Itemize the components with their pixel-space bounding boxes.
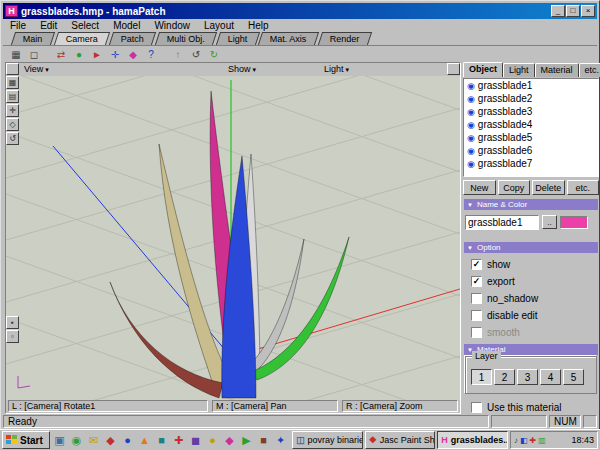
quicklaunch-icon[interactable]: ◆: [222, 432, 237, 448]
mouse-left-hint: L : [Camera] Rotate1: [8, 400, 208, 412]
tab-light-panel[interactable]: Light: [503, 63, 535, 77]
list-item[interactable]: ◉grassblade3: [464, 105, 598, 118]
list-item[interactable]: ◉grassblade1: [464, 79, 598, 92]
tray-icon[interactable]: ♪: [514, 436, 518, 445]
menu-layout[interactable]: Layout: [197, 20, 241, 31]
swap-arrows-icon[interactable]: ⇄: [52, 47, 70, 62]
vp-tool-icon[interactable]: ▦: [6, 76, 19, 89]
axis-icon[interactable]: ✛: [106, 47, 124, 62]
quicklaunch-icon[interactable]: ▲: [137, 432, 152, 448]
section-option[interactable]: ▼Option: [464, 242, 598, 253]
vp-tool-icon[interactable]: ◇: [6, 118, 19, 131]
list-item[interactable]: ◉grassblade4: [464, 118, 598, 131]
tab-object[interactable]: Object: [463, 62, 503, 77]
layer-5-button[interactable]: 5: [563, 369, 584, 385]
name-more-button[interactable]: ..: [542, 215, 557, 229]
etc-button[interactable]: etc.: [567, 180, 600, 195]
tray-icon[interactable]: ▥: [538, 436, 546, 445]
tab-render[interactable]: Render: [317, 32, 371, 45]
menu-model[interactable]: Model: [106, 20, 147, 31]
layer-1-button[interactable]: 1: [471, 369, 492, 385]
clock: 18:43: [571, 435, 594, 445]
menu-select[interactable]: Select: [64, 20, 106, 31]
up-arrow-icon[interactable]: ↑: [169, 47, 187, 62]
layer-2-button[interactable]: 2: [494, 369, 515, 385]
rotate-ccw-icon[interactable]: ↺: [187, 47, 205, 62]
menu-edit[interactable]: Edit: [33, 20, 64, 31]
window-icon: H: [441, 435, 448, 445]
vp-tool-icon[interactable]: ↺: [6, 132, 19, 145]
show-dropdown[interactable]: Show▾: [228, 64, 256, 74]
color-swatch[interactable]: [560, 216, 588, 229]
tab-multi-obj[interactable]: Multi Obj.: [154, 32, 216, 45]
layer-4-button[interactable]: 4: [540, 369, 561, 385]
viewports-icon[interactable]: ▦: [7, 47, 25, 62]
viewport-canvas[interactable]: ▦ ▤ ✛ ◇ ↺ ▪ ▫: [6, 76, 460, 400]
quicklaunch-icon[interactable]: ✚: [171, 432, 186, 448]
layer-3-button[interactable]: 3: [517, 369, 538, 385]
menu-window[interactable]: Window: [147, 20, 197, 31]
checkbox-export[interactable]: ✓export: [471, 275, 515, 288]
light-dropdown[interactable]: Light▾: [324, 64, 349, 74]
new-button[interactable]: New: [463, 180, 496, 195]
patch-icon: ◉: [467, 94, 475, 104]
play-icon[interactable]: ►: [88, 47, 106, 62]
quicklaunch-icon[interactable]: ◼: [188, 432, 203, 448]
minimize-button[interactable]: _: [551, 5, 565, 17]
taskbar-window-grassblades[interactable]: H grassblades...: [437, 431, 508, 449]
list-item[interactable]: ◉grassblade2: [464, 92, 598, 105]
tab-camera[interactable]: Camera: [53, 32, 109, 45]
tray-icon[interactable]: ◧: [520, 436, 528, 445]
tab-main[interactable]: Main: [11, 32, 55, 45]
list-item[interactable]: ◉grassblade6: [464, 144, 598, 157]
quicklaunch-icon[interactable]: ▶: [239, 432, 254, 448]
maximize-button[interactable]: □: [566, 5, 580, 17]
start-button[interactable]: Start: [2, 431, 50, 449]
quicklaunch-icon[interactable]: ✉: [86, 432, 101, 448]
diamond-icon[interactable]: ◆: [124, 47, 142, 62]
help-icon[interactable]: ?: [142, 47, 160, 62]
list-item[interactable]: ◉grassblade5: [464, 131, 598, 144]
checkbox-smooth: smooth: [471, 326, 520, 339]
delete-button[interactable]: Delete: [532, 180, 565, 195]
object-name-input[interactable]: [465, 215, 539, 230]
tab-material[interactable]: Material: [535, 63, 579, 77]
vp-tool-icon[interactable]: ▪: [6, 316, 19, 329]
vp-tool-icon[interactable]: ▫: [6, 330, 19, 343]
checkbox-show[interactable]: ✓show: [471, 258, 510, 271]
quicklaunch-icon[interactable]: ◉: [69, 432, 84, 448]
sphere-icon[interactable]: ●: [70, 47, 88, 62]
quicklaunch-icon[interactable]: ◆: [103, 432, 118, 448]
menu-file[interactable]: File: [3, 20, 33, 31]
section-name-color[interactable]: ▼Name & Color: [464, 199, 598, 210]
tab-light[interactable]: Light: [215, 32, 259, 45]
menu-help[interactable]: Help: [241, 20, 276, 31]
quicklaunch-icon[interactable]: ▣: [52, 432, 67, 448]
quicklaunch-icon[interactable]: ■: [154, 432, 169, 448]
taskbar-window-paintshop[interactable]: ❖ Jasc Paint Shop...: [365, 431, 436, 449]
copy-button[interactable]: Copy: [498, 180, 531, 195]
viewport-header: View▾ Show▾ Light▾: [6, 63, 460, 76]
viewport-corner-button[interactable]: [6, 63, 19, 75]
quicklaunch-icon[interactable]: ✦: [273, 432, 288, 448]
vp-tool-icon[interactable]: ▤: [6, 90, 19, 103]
vp-tool-icon[interactable]: ✛: [6, 104, 19, 117]
object-actions: New Copy Delete etc.: [463, 180, 599, 196]
quicklaunch-icon[interactable]: ■: [256, 432, 271, 448]
tab-mat-axis[interactable]: Mat. Axis: [258, 32, 319, 45]
quicklaunch-icon[interactable]: ●: [120, 432, 135, 448]
tab-etc[interactable]: etc.: [579, 63, 600, 77]
checkbox-use-material[interactable]: Use this material: [471, 401, 561, 414]
close-button[interactable]: ×: [581, 5, 595, 17]
tab-patch[interactable]: Patch: [108, 32, 155, 45]
tray-icon[interactable]: ✚: [530, 436, 537, 445]
checkbox-no-shadow[interactable]: no_shadow: [471, 292, 538, 305]
single-view-icon[interactable]: ◻: [25, 47, 43, 62]
rotate-cw-icon[interactable]: ↻: [205, 47, 223, 62]
view-dropdown[interactable]: View▾: [24, 64, 49, 74]
viewport-corner-button-right[interactable]: [447, 63, 460, 75]
quicklaunch-icon[interactable]: ●: [205, 432, 220, 448]
list-item[interactable]: ◉grassblade7: [464, 157, 598, 170]
taskbar-window-povray[interactable]: ◫ povray binaries i...: [292, 431, 363, 449]
checkbox-disable-edit[interactable]: disable edit: [471, 309, 538, 322]
